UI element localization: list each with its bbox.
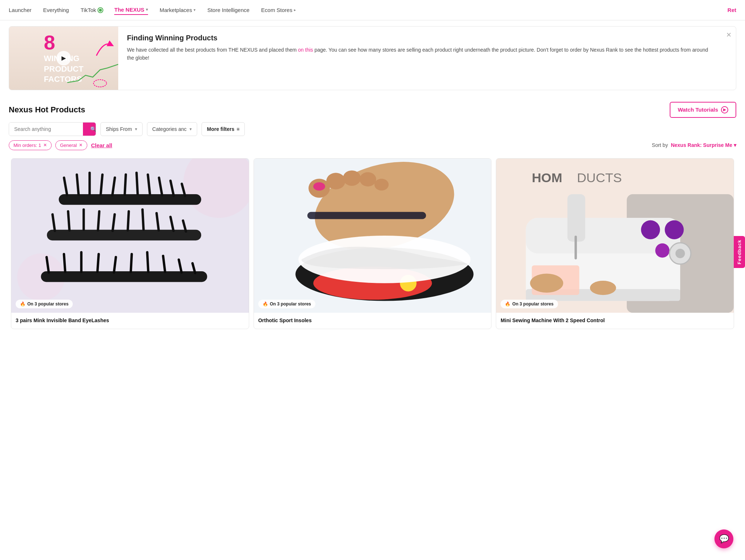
categories-label: Categories anc (152, 126, 187, 132)
search-button[interactable]: 🔍 Search (83, 123, 96, 136)
product-image-lashes: 🔥 On 3 popular stores (11, 159, 249, 313)
info-banner: 8 WINNINGPRODUCTFACTORS ▶ Findin (9, 26, 736, 90)
svg-rect-16 (47, 230, 201, 240)
filters-row: 🔍 Search Ships From ▾ Categories anc ▾ M… (0, 122, 745, 140)
filter-chip-min-orders-label: Min orders: 1 (13, 143, 41, 148)
nav-store-intelligence[interactable]: Store Intelligence (207, 5, 250, 15)
nav-ecom-chevron: ▸ (294, 8, 296, 12)
flame-icon-lashes: 🔥 (20, 301, 25, 307)
filter-chip-general-remove[interactable]: ✕ (79, 143, 83, 148)
popular-badge-lashes-label: On 3 popular stores (27, 301, 68, 307)
main-nav: Launcher Everything TikTok The NEXUS ▾ M… (0, 0, 745, 20)
nav-nexus[interactable]: The NEXUS ▾ (114, 5, 148, 15)
more-filters-icon: ≡ (236, 126, 239, 132)
nav-ecom-stores-label: Ecom Stores (261, 7, 292, 13)
active-filters-row: Min orders: 1 ✕ General ✕ Clear all Sort… (0, 140, 745, 156)
svg-text:HOM: HOM (532, 171, 562, 185)
popular-badge-lashes: 🔥 On 3 popular stores (16, 300, 73, 308)
more-filters-label: More filters (207, 126, 234, 132)
svg-rect-30 (80, 251, 83, 273)
nav-everything-label: Everything (43, 7, 69, 13)
flame-icon-insoles: 🔥 (263, 301, 268, 307)
nav-tiktok[interactable]: TikTok (80, 5, 103, 15)
nav-nexus-chevron: ▾ (146, 7, 148, 12)
sort-label: Sort by (652, 142, 668, 148)
svg-point-42 (343, 170, 360, 185)
categories-chevron: ▾ (190, 127, 192, 132)
banner-chart (67, 61, 118, 90)
banner-text-content: Finding Winning Products We have collect… (118, 27, 722, 90)
flame-icon-sewing: 🔥 (505, 301, 510, 307)
watch-tutorials-button[interactable]: Watch Tutorials ▶ (670, 102, 736, 118)
nav-launcher[interactable]: Launcher (9, 5, 32, 15)
popular-badge-insoles-label: On 3 popular stores (270, 301, 311, 307)
nav-tiktok-label: TikTok (80, 7, 96, 13)
search-input[interactable] (9, 123, 83, 136)
svg-rect-46 (307, 212, 426, 219)
product-name-lashes: 3 pairs Mink Invisible Band EyeLashes (16, 317, 244, 324)
svg-point-59 (641, 220, 660, 239)
section-title: Nexus Hot Products (9, 105, 85, 115)
product-info-sewing: Mini Sewing Machine With 2 Speed Control (496, 313, 734, 329)
clear-all-button[interactable]: Clear all (91, 142, 112, 148)
product-image-sewing: HOM DUCTS (496, 159, 734, 313)
feedback-label[interactable]: Feedback (734, 236, 745, 268)
banner-description: We have collected all the best products … (127, 46, 713, 62)
product-info-lashes: 3 pairs Mink Invisible Band EyeLashes (11, 313, 249, 329)
product-name-sewing: Mini Sewing Machine With 2 Speed Control (501, 317, 729, 324)
svg-rect-7 (88, 172, 91, 195)
svg-rect-58 (575, 236, 577, 259)
categories-dropdown[interactable]: Categories anc ▾ (147, 122, 197, 136)
nav-marketplaces-label: Marketplaces (160, 7, 192, 13)
product-name-insoles: Orthotic Sport Insoles (258, 317, 487, 324)
popular-badge-sewing: 🔥 On 3 popular stores (501, 300, 558, 308)
nav-marketplaces[interactable]: Marketplaces ▾ (160, 5, 196, 15)
banner-link[interactable]: on this (298, 47, 313, 53)
feedback-sidebar[interactable]: Feedback (734, 236, 745, 268)
nav-launcher-label: Launcher (9, 7, 32, 13)
popular-badge-sewing-label: On 3 popular stores (512, 301, 553, 307)
banner-image: 8 WINNINGPRODUCTFACTORS ▶ (9, 27, 118, 90)
nav-ecom-stores[interactable]: Ecom Stores ▸ (261, 5, 296, 15)
svg-text:DUCTS: DUCTS (577, 171, 622, 185)
svg-point-44 (374, 179, 389, 191)
banner-close-button[interactable]: ✕ (722, 27, 736, 43)
svg-point-43 (359, 172, 376, 186)
section-header: Nexus Hot Products Watch Tutorials ▶ (0, 96, 745, 122)
sort-value-label: Nexus Rank: Surprise Me (671, 142, 732, 148)
product-card-lashes[interactable]: 🔥 On 3 popular stores 3 pairs Mink Invis… (11, 158, 249, 329)
search-input-wrap: 🔍 Search (9, 122, 96, 136)
svg-point-66 (530, 273, 563, 292)
svg-point-63 (676, 249, 685, 258)
banner-title: Finding Winning Products (127, 34, 713, 42)
more-filters-button[interactable]: More filters ≡ (202, 122, 245, 136)
filter-chip-general[interactable]: General ✕ (55, 140, 87, 150)
products-grid: 🔥 On 3 popular stores 3 pairs Mink Invis… (0, 156, 745, 331)
nav-everything[interactable]: Everything (43, 5, 69, 15)
ships-from-chevron: ▾ (135, 127, 137, 132)
sort-row: Sort by Nexus Rank: Surprise Me ▾ (652, 142, 736, 148)
ships-from-label: Ships From (106, 126, 132, 132)
svg-rect-57 (567, 194, 585, 242)
nav-right-label: Ret (728, 7, 736, 13)
banner-number: 8 (44, 32, 84, 53)
banner-arrow (93, 37, 115, 61)
product-card-insoles[interactable]: 🔥 On 3 popular stores Orthotic Sport Ins… (254, 158, 492, 329)
svg-point-67 (590, 281, 616, 295)
product-info-insoles: Orthotic Sport Insoles (254, 313, 491, 329)
svg-point-45 (313, 182, 325, 191)
filter-chip-min-orders-remove[interactable]: ✕ (43, 143, 47, 148)
filter-chip-general-label: General (60, 143, 77, 148)
svg-point-61 (656, 243, 670, 257)
svg-point-0 (93, 80, 107, 87)
svg-rect-4 (59, 194, 202, 205)
sort-value[interactable]: Nexus Rank: Surprise Me ▾ (671, 142, 736, 148)
sort-chevron: ▾ (734, 142, 736, 148)
ships-from-dropdown[interactable]: Ships From ▾ (100, 122, 143, 136)
product-card-sewing[interactable]: HOM DUCTS (496, 158, 734, 329)
svg-rect-19 (83, 208, 85, 231)
svg-point-60 (665, 220, 684, 239)
nav-marketplaces-chevron: ▾ (194, 8, 196, 12)
filter-chip-min-orders[interactable]: Min orders: 1 ✕ (9, 140, 52, 150)
watch-tutorials-play-icon: ▶ (721, 106, 728, 113)
